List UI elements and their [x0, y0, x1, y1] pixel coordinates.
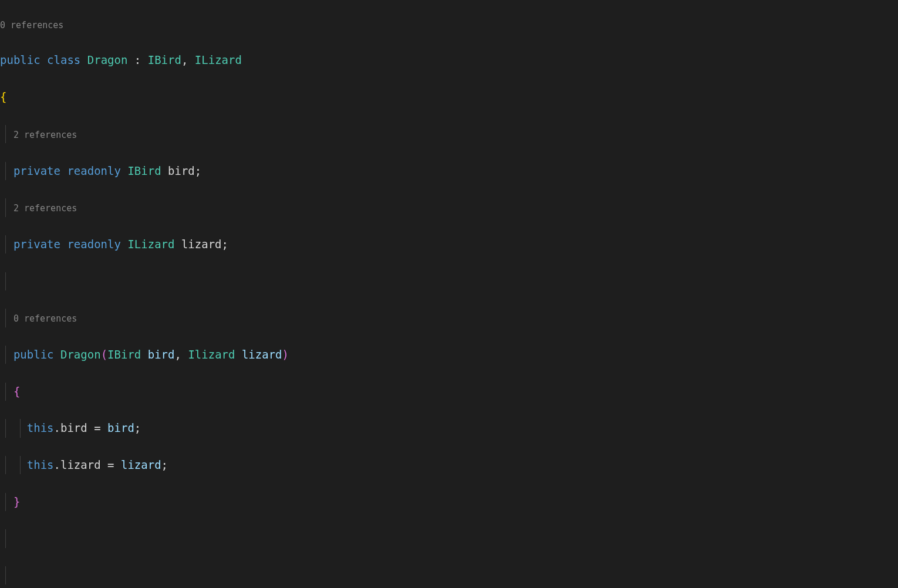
code-line[interactable]: { — [0, 383, 898, 401]
semi: ; — [134, 421, 141, 434]
param-type-ibird: IBird — [107, 348, 141, 361]
code-line[interactable]: 2 references — [0, 198, 898, 217]
code-line[interactable]: public Dragon(IBird bird, Ilizard lizard… — [0, 346, 898, 364]
param-bird: bird — [107, 421, 134, 434]
code-line[interactable]: 2 references — [0, 125, 898, 143]
open-paren: ( — [101, 348, 107, 361]
semi: ; — [195, 164, 201, 177]
code-line[interactable]: this.bird = bird; — [0, 419, 898, 437]
code-line[interactable]: } — [0, 493, 898, 511]
type-ibird: IBird — [148, 53, 181, 66]
field-lizard: lizard — [181, 238, 222, 251]
param-lizard: lizard — [242, 348, 282, 361]
type-ilizard: ILizard — [127, 238, 174, 251]
type-dragon: Dragon — [87, 53, 128, 66]
code-line[interactable] — [0, 272, 898, 290]
codelens-ctor[interactable]: 0 references — [13, 313, 77, 324]
keyword-public: public — [0, 53, 40, 66]
keyword-this: this — [27, 421, 54, 434]
code-line[interactable]: public class Dragon : IBird, ILizard — [0, 51, 898, 69]
codelens-class[interactable]: 0 references — [0, 18, 898, 33]
field-bird: bird — [60, 421, 87, 434]
param-lizard: lizard — [121, 458, 161, 471]
keyword-private: private — [13, 164, 60, 177]
code-line[interactable]: private readonly ILizard lizard; — [0, 235, 898, 254]
type-ilizard: ILizard — [195, 53, 242, 66]
code-line[interactable]: 0 references — [0, 309, 898, 327]
code-line[interactable]: this.lizard = lizard; — [0, 456, 898, 474]
param-bird: bird — [148, 348, 175, 361]
colon: : — [127, 53, 147, 66]
comma: , — [181, 53, 195, 66]
comma: , — [175, 348, 188, 361]
field-lizard: lizard — [60, 458, 101, 471]
code-line[interactable] — [0, 566, 898, 584]
semi: ; — [222, 238, 228, 251]
code-line[interactable]: private readonly IBird bird; — [0, 162, 898, 180]
eq: = — [101, 458, 121, 471]
keyword-readonly: readonly — [67, 238, 121, 251]
code-line[interactable] — [0, 529, 898, 548]
open-brace: { — [13, 385, 20, 398]
code-editor[interactable]: 0 references public class Dragon : IBird… — [0, 0, 898, 588]
close-paren: ) — [282, 348, 289, 361]
keyword-readonly: readonly — [67, 164, 121, 177]
param-type-ilizard: Ilizard — [188, 348, 235, 361]
codelens-field[interactable]: 2 references — [13, 203, 77, 214]
field-bird: bird — [168, 164, 195, 177]
open-brace: { — [0, 90, 6, 103]
keyword-public: public — [13, 348, 54, 361]
keyword-class: class — [47, 53, 80, 66]
dot: . — [54, 458, 60, 471]
keyword-this: this — [27, 458, 54, 471]
ctor-dragon: Dragon — [60, 348, 101, 361]
close-brace: } — [13, 495, 20, 508]
eq: = — [87, 421, 107, 434]
codelens-field[interactable]: 2 references — [13, 130, 77, 140]
semi: ; — [161, 458, 168, 471]
type-ibird: IBird — [127, 164, 161, 177]
keyword-private: private — [13, 238, 60, 251]
dot: . — [54, 421, 60, 434]
code-line[interactable]: { — [0, 88, 898, 106]
